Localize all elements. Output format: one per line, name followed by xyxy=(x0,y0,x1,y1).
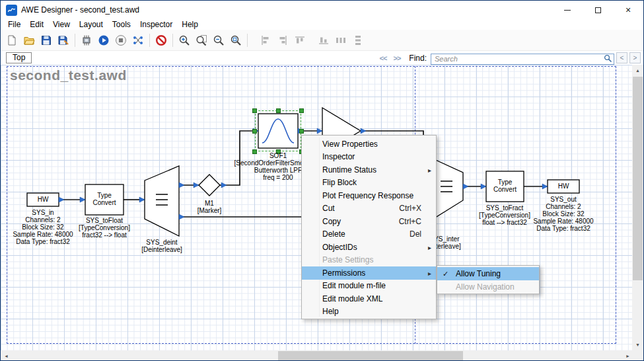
zoom-fit-button[interactable] xyxy=(193,32,210,49)
align-right-icon xyxy=(277,34,289,46)
toolbar-separator xyxy=(172,34,173,47)
menu-item-flip-block[interactable]: Flip Block xyxy=(302,177,436,190)
zoom-in-button[interactable] xyxy=(176,32,193,49)
zoom-fit-icon xyxy=(196,34,207,46)
submenu-item-allow-navigation: Allow Navigation xyxy=(437,280,539,294)
zoom-selection-button[interactable] xyxy=(227,32,244,49)
menu-item-delete[interactable]: DeleteDel xyxy=(302,228,436,241)
marker-block[interactable] xyxy=(199,175,220,196)
run-icon xyxy=(98,34,110,46)
checkmark-icon: ✓ xyxy=(443,270,448,278)
zoom-selection-icon xyxy=(230,34,242,46)
distribute-horizontal-button[interactable] xyxy=(332,32,349,49)
menu-inspector[interactable]: Inspector xyxy=(135,19,177,30)
horizontal-scroll-thumb[interactable] xyxy=(278,351,463,361)
zoom-out-icon xyxy=(213,34,225,46)
selection-handle[interactable] xyxy=(252,108,257,113)
tuning-disabled-button[interactable] xyxy=(153,32,170,49)
deinterleave-block[interactable] xyxy=(145,166,179,236)
menu-item-permissions[interactable]: Permissions▸ xyxy=(302,266,436,280)
zoom-out-button[interactable] xyxy=(210,32,227,49)
scroll-down-button[interactable]: ▼ xyxy=(632,339,643,350)
distribute-vertical-button[interactable] xyxy=(349,32,367,49)
menu-file[interactable]: File xyxy=(3,19,25,30)
selection-handle[interactable] xyxy=(299,108,304,113)
block-label: Type Convert xyxy=(486,179,524,193)
menu-item-help[interactable]: Help xyxy=(302,305,436,319)
menu-item-objectids[interactable]: ObjectIDs▸ xyxy=(302,241,436,254)
minimize-icon xyxy=(564,10,571,11)
submenu-arrow-icon: ▸ xyxy=(428,269,431,276)
block-label: HW xyxy=(548,182,579,190)
submenu-item-allow-tuning[interactable]: ✓ Allow Tuning xyxy=(437,267,539,280)
block-caption-sys-tofloat: SYS_toFloat [TypeConversion] fract32 -->… xyxy=(79,217,130,239)
maximize-icon xyxy=(595,7,601,13)
menu-help[interactable]: Help xyxy=(177,19,203,30)
maximize-button[interactable] xyxy=(583,1,613,19)
open-folder-icon xyxy=(23,34,35,46)
menu-item-view-properties[interactable]: View Properties xyxy=(302,138,436,151)
menu-item-edit-module-m-file[interactable]: Edit module m-file xyxy=(302,280,436,293)
scroll-up-button[interactable]: ▲ xyxy=(632,65,643,76)
close-button[interactable]: × xyxy=(613,1,643,19)
menu-item-plot-frequency-response[interactable]: Plot Frequency Response xyxy=(302,189,436,202)
distribute-horizontal-icon xyxy=(335,34,347,46)
menu-item-runtime-status[interactable]: Runtime Status▸ xyxy=(302,163,436,177)
menu-item-copy[interactable]: CopyCtrl+C xyxy=(302,215,436,228)
vertical-scroll-thumb[interactable] xyxy=(633,77,643,280)
run-button[interactable] xyxy=(95,32,112,49)
save-as-icon xyxy=(57,34,69,46)
menubar: File Edit View Layout Tools Inspector He… xyxy=(1,19,643,30)
stop-button[interactable] xyxy=(112,32,129,49)
minimize-button[interactable] xyxy=(552,1,583,19)
permissions-submenu: ✓ Allow Tuning Allow Navigation xyxy=(437,265,540,294)
align-right-button[interactable] xyxy=(274,32,291,49)
close-icon: × xyxy=(626,5,631,15)
design-canvas[interactable]: second_test.awd xyxy=(1,65,633,350)
menu-tools[interactable]: Tools xyxy=(108,19,135,30)
titlebar: AWE Designer - second_test.awd × xyxy=(1,1,643,19)
menu-edit[interactable]: Edit xyxy=(25,19,48,30)
block-caption-m1: M1 [Marker] xyxy=(197,200,222,214)
history-back-button[interactable]: << xyxy=(376,54,390,62)
audio-routing-button[interactable] xyxy=(129,32,147,49)
new-model-icon xyxy=(6,34,18,46)
selection-handle[interactable] xyxy=(299,129,304,134)
find-next-button[interactable]: > xyxy=(629,52,641,63)
vertical-scrollbar[interactable]: ▲ ▼ xyxy=(632,65,643,350)
selection-handle[interactable] xyxy=(276,108,281,113)
distribute-vertical-icon xyxy=(352,34,364,46)
block-caption-sys-in: SYS_in Channels: 2 Block Size: 32 Sample… xyxy=(13,209,73,245)
menu-item-inspector[interactable]: Inspector xyxy=(302,151,436,164)
align-bottom-icon xyxy=(318,34,330,46)
align-left-icon xyxy=(260,34,271,46)
toolbar-separator xyxy=(247,34,248,47)
find-label: Find: xyxy=(409,54,427,63)
align-left-button[interactable] xyxy=(257,32,274,49)
search-icon[interactable] xyxy=(604,54,612,65)
propagate-changes-button[interactable] xyxy=(78,32,95,49)
menu-view[interactable]: View xyxy=(48,19,75,30)
save-as-button[interactable] xyxy=(55,32,72,49)
menu-item-edit-module-xml[interactable]: Edit module XML xyxy=(302,292,436,305)
scroll-left-button[interactable]: ◄ xyxy=(1,350,12,361)
align-bottom-button[interactable] xyxy=(315,32,332,49)
menu-layout[interactable]: Layout xyxy=(75,19,108,30)
open-button[interactable] xyxy=(20,32,38,49)
audio-routing-icon xyxy=(132,34,144,46)
breadcrumb-tab-top[interactable]: Top xyxy=(6,52,32,63)
selection-handle[interactable] xyxy=(252,129,257,134)
context-menu: View Properties Inspector Runtime Status… xyxy=(301,135,437,319)
history-forward-button[interactable]: >> xyxy=(390,54,404,62)
find-previous-button[interactable]: < xyxy=(616,52,627,63)
align-top-button[interactable] xyxy=(291,32,308,49)
menu-item-cut[interactable]: CutCtrl+X xyxy=(302,202,436,216)
search-input[interactable] xyxy=(431,54,614,65)
new-model-button[interactable] xyxy=(3,32,20,49)
save-button[interactable] xyxy=(38,32,55,49)
toolbar-separator xyxy=(149,34,150,47)
awe-designer-window: AWE Designer - second_test.awd × File Ed… xyxy=(0,0,644,361)
submenu-arrow-icon: ▸ xyxy=(428,166,431,173)
toolbar xyxy=(1,30,643,51)
horizontal-scrollbar[interactable]: ◄ ► xyxy=(1,350,633,361)
